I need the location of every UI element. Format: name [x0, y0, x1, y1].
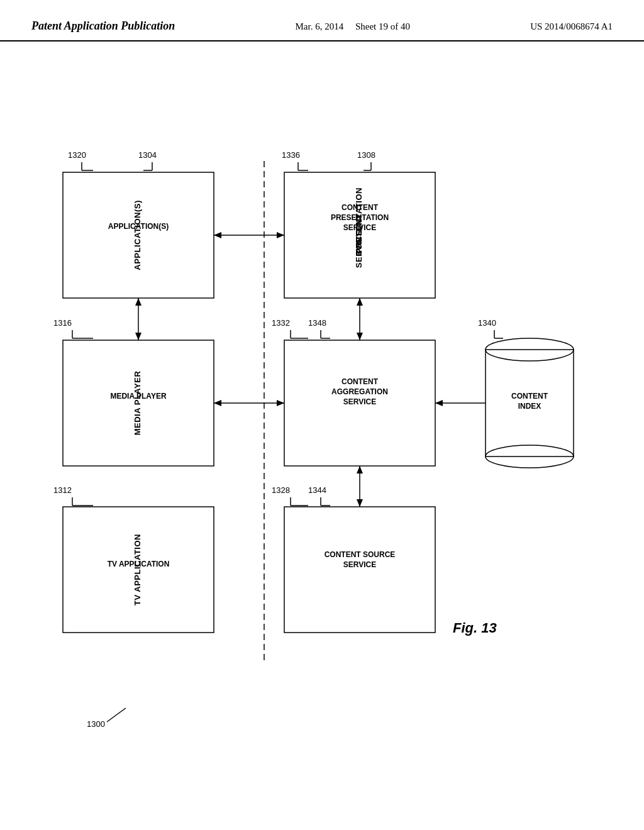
- content-source-box: [284, 507, 435, 633]
- media-player-label: MEDIA PLAYER: [133, 371, 142, 436]
- ref-1332: 1332: [272, 318, 290, 328]
- publication-date-sheet: Mar. 6, 2014 Sheet 19 of 40: [296, 19, 411, 34]
- content-presentation-label3: SERVICE: [354, 230, 364, 268]
- ca-text1: CONTENT: [341, 377, 379, 386]
- cp-text1: CONTENT: [341, 203, 379, 212]
- arrow-mp-ca-left: [214, 400, 221, 406]
- figure-13-diagram: 1320 1304 APPLICATION(S) 1316 MEDIA PLAY…: [0, 42, 644, 809]
- ref-1316: 1316: [53, 318, 72, 328]
- arrow-cp-ca-up: [357, 298, 363, 306]
- ca-text3: SERVICE: [343, 397, 376, 406]
- arrow-app-mp-up: [135, 298, 142, 306]
- cp-text3: SERVICE: [343, 223, 376, 232]
- publication-title: Patent Application Publication: [31, 19, 175, 33]
- mp-text1: MEDIA PLAYER: [110, 392, 166, 401]
- ref-1328: 1328: [272, 485, 290, 495]
- applications-label: APPLICATION(S): [133, 200, 142, 270]
- ref-1308: 1308: [357, 150, 375, 160]
- arrow-app-cp-left: [214, 232, 221, 238]
- ref-1336: 1336: [282, 150, 300, 160]
- arrow-cp-ca-down: [357, 333, 363, 340]
- ca-text2: AGGREGATION: [331, 387, 388, 396]
- page-header: Patent Application Publication Mar. 6, 2…: [0, 0, 644, 42]
- ref-1300-bracket: [107, 708, 126, 722]
- ref-1304: 1304: [138, 150, 157, 160]
- ref-1348: 1348: [308, 318, 326, 328]
- cs-text1: CONTENT SOURCE: [325, 550, 396, 559]
- app-text1: APPLICATION(S): [108, 222, 169, 231]
- arrow-ca-cs-up: [357, 466, 363, 473]
- cs-text2: SERVICE: [343, 560, 376, 569]
- ref-1312: 1312: [53, 485, 72, 495]
- arrow-app-mp-down: [135, 333, 142, 340]
- ci-text2: INDEX: [518, 402, 541, 411]
- ref-1340: 1340: [478, 318, 496, 328]
- diagram-area: 1320 1304 APPLICATION(S) 1316 MEDIA PLAY…: [0, 42, 644, 809]
- arrow-ca-cs-down: [357, 499, 363, 507]
- ci-text1: CONTENT: [511, 392, 548, 401]
- tv-text1: TV APPLICATION: [108, 560, 170, 568]
- ref-1344: 1344: [308, 485, 326, 495]
- sheet-info: Sheet 19 of 40: [355, 21, 410, 31]
- ref-1320: 1320: [68, 150, 86, 160]
- arrow-mp-ca-right: [277, 400, 284, 406]
- patent-number: US 2014/0068674 A1: [530, 19, 613, 34]
- arrow-app-cp-right: [277, 232, 284, 238]
- figure-label: Fig. 13: [453, 620, 497, 636]
- ref-1300: 1300: [87, 719, 105, 729]
- tv-application-label: TV APPLICATION: [133, 534, 142, 606]
- arrow-ci-ca-left: [435, 400, 443, 406]
- cp-text2: PRESENTATION: [331, 213, 389, 222]
- pub-date: Mar. 6, 2014: [296, 21, 344, 31]
